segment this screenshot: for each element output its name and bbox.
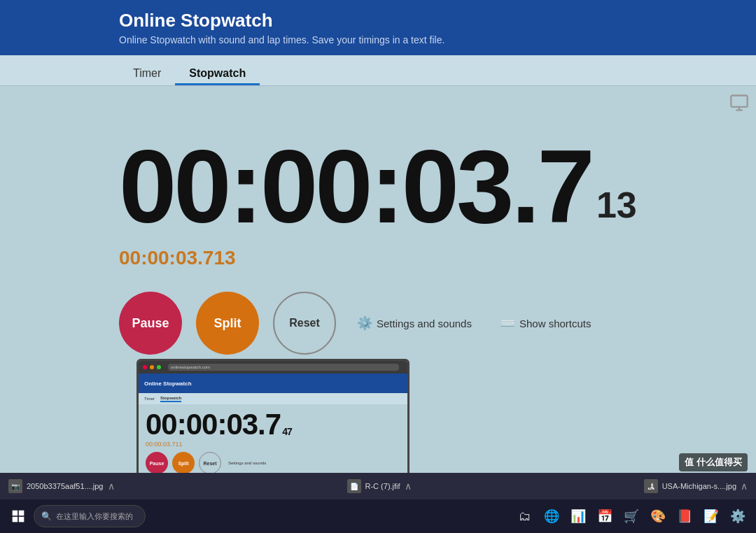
stopwatch-time: 00:00:03.7	[119, 135, 592, 239]
split-button[interactable]: Split	[196, 292, 259, 355]
laptop-time-sub: 47	[282, 427, 292, 439]
laptop-tab-stopwatch: Stopwatch	[160, 396, 181, 402]
laptop-title: Online Stopwatch	[144, 381, 192, 387]
file-item-2: 📄 R-C (7).jfif ∧	[347, 479, 412, 493]
svg-rect-0	[731, 96, 747, 107]
stopwatch-centiseconds: 13	[596, 184, 637, 239]
page-title: Online Stopwatch	[119, 10, 742, 31]
file-item-1: 📷 2050b3375aaf51....jpg ∧	[8, 479, 115, 493]
file-name-2: R-C (7).jfif	[365, 482, 400, 490]
file-icon-3: 🏞	[644, 479, 658, 493]
laptop-exact: 00:00:03.711	[146, 441, 400, 448]
taskbar-icon-4[interactable]: 📅	[592, 504, 617, 529]
laptop-time: 00:00:03.7 47	[146, 410, 400, 439]
file-name-1: 2050b3375aaf51....jpg	[27, 482, 104, 490]
buttons-row: Pause Split Reset ⚙️ Settings and sounds…	[119, 292, 756, 355]
svg-rect-5	[13, 517, 18, 523]
tab-stopwatch[interactable]: Stopwatch	[175, 60, 260, 85]
laptop-pause-btn: Pause	[146, 452, 168, 474]
pause-button[interactable]: Pause	[119, 292, 182, 355]
windows-icon	[11, 509, 25, 523]
chevron-up-icon-3[interactable]: ∧	[741, 481, 748, 492]
watermark: 值 什么值得买	[679, 453, 748, 471]
svg-rect-6	[19, 517, 24, 523]
page-subtitle: Online Stopwatch with sound and lap time…	[119, 34, 742, 45]
chevron-up-icon-2[interactable]: ∧	[405, 481, 412, 492]
page-header: Online Stopwatch Online Stopwatch with s…	[0, 0, 756, 55]
gear-icon: ⚙️	[357, 315, 372, 331]
svg-rect-4	[19, 511, 24, 516]
laptop-buttons: Pause Split Reset Settings and sounds	[146, 452, 400, 474]
tab-timer[interactable]: Timer	[119, 60, 175, 85]
file-icon-1: 📷	[8, 479, 22, 493]
laptop-split-btn: Split	[172, 452, 195, 474]
reset-button[interactable]: Reset	[273, 292, 336, 355]
settings-label: Settings and sounds	[377, 318, 472, 329]
stopwatch-display: 00:00:03.7 13	[119, 135, 756, 239]
taskbar-icon-1[interactable]: 🗂	[512, 504, 538, 529]
taskbar-icon-5[interactable]: 🛒	[619, 504, 644, 529]
laptop-nav: Timer Stopwatch	[139, 393, 407, 404]
taskbar-icon-2[interactable]: 🌐	[539, 504, 564, 529]
keyboard-icon: ⌨️	[500, 315, 515, 331]
file-bar: 📷 2050b3375aaf51....jpg ∧ 📄 R-C (7).jfif…	[0, 473, 756, 499]
nav-tabs: Timer Stopwatch	[0, 55, 756, 86]
taskbar-right: 🗂 🌐 📊 📅 🛒 🎨 📕 📝 ⚙️	[512, 504, 750, 529]
svg-rect-3	[13, 511, 18, 516]
stopwatch-exact-time: 00:00:03.713	[119, 247, 756, 269]
taskbar-icon-3[interactable]: 📊	[566, 504, 591, 529]
taskbar-icon-6[interactable]: 🎨	[645, 504, 671, 529]
shortcuts-label: Show shortcuts	[519, 318, 592, 329]
laptop-tab-timer: Timer	[144, 397, 155, 401]
laptop-header: Online Stopwatch	[139, 374, 407, 393]
start-button[interactable]	[6, 504, 31, 529]
laptop-body: 00:00:03.7 47 00:00:03.711 Pause Split R…	[139, 404, 407, 480]
file-icon-2: 📄	[347, 479, 361, 493]
settings-button[interactable]: ⚙️ Settings and sounds	[350, 310, 479, 336]
file-name-3: USA-Michigan-s....jpg	[662, 482, 736, 490]
shortcuts-button[interactable]: ⌨️ Show shortcuts	[493, 310, 598, 336]
chevron-up-icon-1[interactable]: ∧	[108, 481, 115, 492]
screen-icon	[729, 93, 749, 117]
laptop-settings-txt: Settings and sounds	[228, 461, 266, 465]
taskbar-icon-8[interactable]: 📝	[699, 504, 724, 529]
taskbar-icon-7[interactable]: 📕	[672, 504, 697, 529]
main-content: 00:00:03.7 13 00:00:03.713 Pause Split R…	[0, 86, 756, 533]
search-bar[interactable]: 🔍 在这里输入你要搜索的	[34, 505, 146, 527]
taskbar: 🔍 在这里输入你要搜索的 🗂 🌐 📊 📅 🛒 🎨 📕 📝 ⚙️	[0, 499, 756, 533]
search-icon: 🔍	[41, 511, 52, 521]
file-item-3: 🏞 USA-Michigan-s....jpg ∧	[644, 479, 748, 493]
laptop-reset-btn: Reset	[199, 452, 221, 474]
taskbar-icon-9[interactable]: ⚙️	[725, 504, 750, 529]
search-placeholder: 在这里输入你要搜索的	[56, 511, 133, 522]
